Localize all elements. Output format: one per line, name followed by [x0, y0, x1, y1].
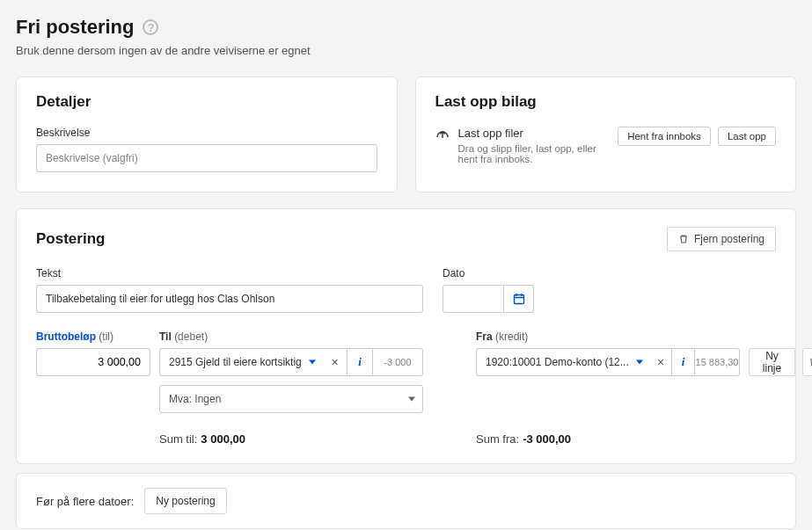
upload-action-sub: Dra og slipp filer, last opp, eller hent…: [458, 143, 608, 164]
fetch-inbox-button[interactable]: Hent fra innboks: [618, 127, 711, 146]
close-icon: ×: [657, 356, 664, 368]
sum-fra-value: -3 000,00: [523, 432, 571, 446]
page-title: Fri postering ?: [16, 16, 796, 39]
chevron-down-icon: [408, 397, 415, 402]
sum-fra-label: Sum fra:: [476, 432, 519, 446]
new-posting-button[interactable]: Ny postering: [144, 488, 226, 514]
chevron-down-icon: [636, 360, 643, 365]
til-label: Til (debet): [159, 330, 423, 343]
help-icon[interactable]: ?: [143, 19, 158, 35]
chevron-down-icon: [309, 360, 316, 365]
fra-label: Fra (kredit): [476, 330, 740, 343]
posting-title: Postering: [36, 230, 105, 248]
trash-icon: [808, 357, 812, 367]
footer-bar: Før på flere datoer: Ny postering: [16, 473, 796, 529]
upload-button[interactable]: Last opp: [718, 127, 776, 146]
til-clear-button[interactable]: ×: [323, 348, 348, 376]
dato-input[interactable]: [443, 285, 504, 313]
details-card: Detaljer Beskrivelse: [16, 76, 398, 192]
mva-select[interactable]: Mva: Ingen: [159, 385, 423, 413]
fra-account-value: 1920:10001 Demo-konto (12...: [486, 356, 629, 368]
fra-info-button[interactable]: i: [672, 348, 695, 376]
tekst-input[interactable]: [36, 285, 423, 313]
upload-icon: [435, 128, 450, 142]
dato-label: Dato: [443, 267, 776, 280]
description-label: Beskrivelse: [36, 127, 377, 139]
datepicker-button[interactable]: [504, 285, 534, 313]
amount-input[interactable]: [36, 348, 150, 376]
til-account-combo[interactable]: 2915 Gjeld til eiere kortsiktig × i -3 0…: [159, 348, 423, 376]
page-title-text: Fri postering: [16, 16, 134, 39]
upload-title: Last opp bilag: [435, 93, 777, 111]
description-input[interactable]: [36, 144, 377, 172]
fra-clear-button[interactable]: ×: [650, 348, 673, 376]
til-balance: -3 000: [373, 348, 423, 376]
footer-label: Før på flere datoer:: [36, 495, 134, 508]
delete-line-button[interactable]: [802, 348, 812, 376]
upload-action-title: Last opp filer: [458, 127, 608, 140]
svg-rect-0: [514, 295, 523, 304]
bruttobelop-label[interactable]: Bruttobeløp (til): [36, 330, 150, 343]
trash-icon: [678, 234, 689, 244]
new-line-button[interactable]: Ny linje: [749, 348, 795, 376]
page-subtitle: Bruk denne dersom ingen av de andre veiv…: [16, 44, 796, 57]
fra-balance: 15 883,30: [695, 348, 740, 376]
details-title: Detaljer: [36, 93, 377, 111]
til-info-button[interactable]: i: [347, 348, 373, 376]
calendar-icon: [513, 293, 525, 305]
remove-posting-button[interactable]: Fjern postering: [667, 227, 776, 251]
sum-til-label: Sum til:: [159, 432, 197, 446]
close-icon: ×: [331, 356, 338, 368]
remove-posting-label: Fjern postering: [694, 233, 764, 245]
fra-account-combo[interactable]: 1920:10001 Demo-konto (12... × i 15 883,…: [476, 348, 740, 376]
upload-card: Last opp bilag Last opp filer Dra og sli…: [415, 76, 797, 192]
til-account-value: 2915 Gjeld til eiere kortsiktig: [169, 356, 302, 368]
tekst-label: Tekst: [36, 267, 423, 280]
sum-til-value: 3 000,00: [201, 432, 245, 446]
mva-value: Mva: Ingen: [169, 393, 221, 405]
posting-card: Postering Fjern postering Tekst Dato: [16, 208, 796, 464]
